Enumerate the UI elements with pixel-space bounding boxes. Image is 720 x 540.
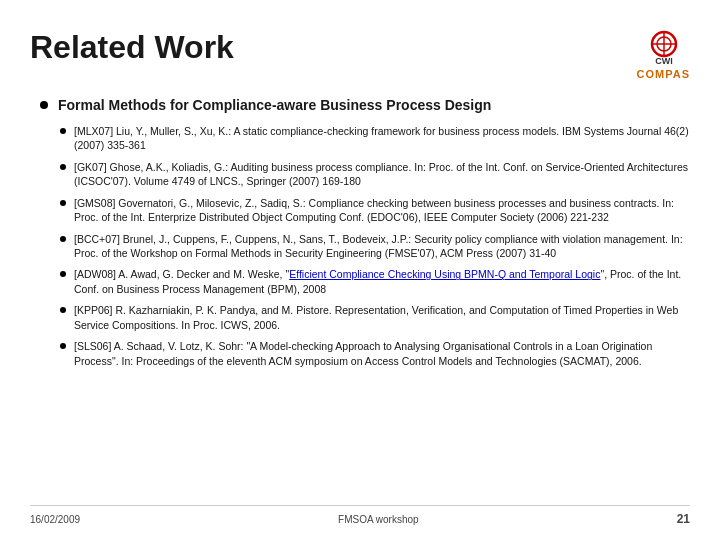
sub-bullet-dot bbox=[60, 164, 66, 170]
ref-bcc07-text: [BCC+07] Brunel, J., Cuppens, F., Cuppen… bbox=[74, 232, 690, 261]
ref-adw08-text: [ADW08] A. Awad, G. Decker and M. Weske,… bbox=[74, 267, 690, 296]
sub-bullets-list: [MLX07] Liu, Y., Muller, S., Xu, K.: A s… bbox=[40, 124, 690, 369]
footer-workshop: FMSOA workshop bbox=[338, 514, 419, 525]
list-item: [MLX07] Liu, Y., Muller, S., Xu, K.: A s… bbox=[60, 124, 690, 153]
content-area: Formal Methods for Compliance-aware Busi… bbox=[30, 96, 690, 368]
ref-gms08-text: [GMS08] Governatori, G., Milosevic, Z., … bbox=[74, 196, 690, 225]
ref-gk07-text: [GK07] Ghose, A.K., Koliadis, G.: Auditi… bbox=[74, 160, 690, 189]
list-item: [BCC+07] Brunel, J., Cuppens, F., Cuppen… bbox=[60, 232, 690, 261]
ref-adw08-before: [ADW08] A. Awad, G. Decker and M. Weske,… bbox=[74, 268, 289, 280]
svg-text:CWI: CWI bbox=[655, 56, 673, 66]
sub-bullet-dot bbox=[60, 343, 66, 349]
list-item: [GK07] Ghose, A.K., Koliadis, G.: Auditi… bbox=[60, 160, 690, 189]
list-item: [SLS06] A. Schaad, V. Lotz, K. Sohr: "A … bbox=[60, 339, 690, 368]
footer-page: 21 bbox=[677, 512, 690, 526]
ref-adw08-link[interactable]: Efficient Compliance Checking Using BPMN… bbox=[289, 268, 600, 280]
footer: 16/02/2009 FMSOA workshop 21 bbox=[30, 505, 690, 526]
compas-logo: COMPAS bbox=[637, 68, 690, 80]
header: Related Work CWI COMPAS bbox=[30, 30, 690, 80]
sub-bullet-dot bbox=[60, 236, 66, 242]
logo-area: CWI COMPAS bbox=[637, 30, 690, 80]
sub-bullet-dot bbox=[60, 271, 66, 277]
main-bullet-dot bbox=[40, 101, 48, 109]
main-bullet-item: Formal Methods for Compliance-aware Busi… bbox=[40, 96, 690, 116]
ref-kpp06-text: [KPP06] R. Kazharniakin, P. K. Pandya, a… bbox=[74, 303, 690, 332]
list-item: [GMS08] Governatori, G., Milosevic, Z., … bbox=[60, 196, 690, 225]
ref-mlx07-text: [MLX07] Liu, Y., Muller, S., Xu, K.: A s… bbox=[74, 124, 690, 153]
cwi-logo: CWI bbox=[638, 30, 690, 66]
list-item: [ADW08] A. Awad, G. Decker and M. Weske,… bbox=[60, 267, 690, 296]
sub-bullet-dot bbox=[60, 307, 66, 313]
page-title: Related Work bbox=[30, 30, 234, 65]
list-item: [KPP06] R. Kazharniakin, P. K. Pandya, a… bbox=[60, 303, 690, 332]
sub-bullet-dot bbox=[60, 128, 66, 134]
sub-bullet-dot bbox=[60, 200, 66, 206]
main-bullet-text: Formal Methods for Compliance-aware Busi… bbox=[58, 96, 491, 116]
slide: Related Work CWI COMPAS Formal Methods f… bbox=[0, 0, 720, 540]
ref-sls06-text: [SLS06] A. Schaad, V. Lotz, K. Sohr: "A … bbox=[74, 339, 690, 368]
footer-date: 16/02/2009 bbox=[30, 514, 80, 525]
